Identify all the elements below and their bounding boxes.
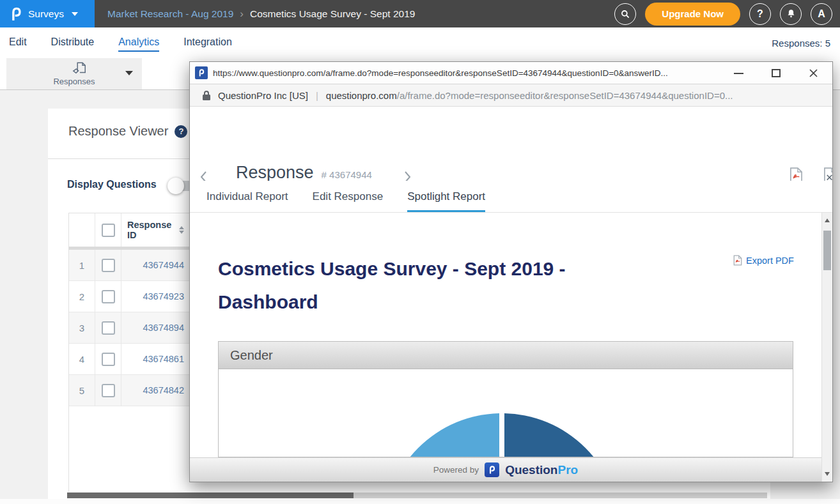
- display-questions-label: Display Questions: [67, 179, 157, 190]
- response-id-cell[interactable]: 43674944: [121, 260, 188, 270]
- avatar-initial: A: [818, 8, 825, 20]
- responses-dropdown-button[interactable]: Responses: [6, 58, 142, 89]
- secondary-nav: Edit Distribute Analytics Integration Re…: [0, 27, 840, 58]
- gender-pie-chart: [384, 413, 620, 457]
- response-id-header-label: Response ID: [127, 220, 175, 240]
- tab-spotlight-report[interactable]: Spotlight Report: [407, 190, 485, 212]
- nav-item-analytics[interactable]: Analytics: [118, 34, 159, 52]
- row-number: 3: [69, 312, 95, 343]
- security-separator: |: [316, 90, 318, 101]
- bell-icon: [786, 8, 797, 19]
- table-left-border: [68, 406, 69, 492]
- questionpro-logo-icon: [488, 465, 496, 475]
- row-checkbox-cell: [95, 344, 121, 374]
- row-checkbox-cell: [95, 250, 121, 280]
- row-number: 1: [69, 250, 95, 280]
- questionpro-logo-icon: [198, 68, 205, 77]
- url-host: questionpro.com: [326, 90, 397, 101]
- response-id-cell[interactable]: 43674861: [121, 354, 188, 364]
- display-questions-toggle-knob[interactable]: [167, 178, 184, 194]
- breadcrumb-current: Cosmetics Usage Survey - Sept 2019: [250, 8, 415, 20]
- brand-pro: Pro: [557, 463, 578, 477]
- tab-individual-report[interactable]: Individual Report: [206, 190, 288, 212]
- gender-section-header: Gender: [219, 342, 793, 369]
- response-id-cell[interactable]: 43674894: [121, 323, 188, 333]
- certificate-org[interactable]: QuestionPro Inc [US]: [218, 90, 308, 101]
- row-checkbox[interactable]: [102, 259, 115, 272]
- row-number: 4: [69, 344, 95, 374]
- response-title-row: Response # 43674944: [236, 163, 372, 183]
- report-tabs: Individual Report Edit Response Spotligh…: [190, 181, 832, 213]
- pie-slice-left[interactable]: [384, 413, 499, 457]
- top-header: Surveys Market Research - Aug 2019 › Cos…: [0, 0, 840, 27]
- notifications-button[interactable]: [780, 3, 802, 25]
- dashboard-title-line2: Dashboard: [218, 286, 566, 319]
- vertical-scrollbar-thumb[interactable]: [823, 231, 831, 270]
- row-checkbox[interactable]: [102, 321, 115, 335]
- surveys-menu[interactable]: Surveys: [0, 0, 95, 27]
- questionpro-logo-icon: [9, 6, 23, 22]
- questionpro-footer-logo[interactable]: [485, 462, 499, 477]
- help-badge-icon[interactable]: ?: [175, 125, 187, 138]
- gender-chart-panel: Gender: [218, 341, 793, 457]
- scrollbar-down-icon[interactable]: [825, 472, 830, 476]
- tab-edit-response[interactable]: Edit Response: [313, 190, 384, 212]
- questionpro-wordmark: QuestionPro: [505, 463, 578, 477]
- pie-slice-right[interactable]: [504, 413, 620, 457]
- row-checkbox[interactable]: [102, 353, 115, 366]
- spotlight-report-body: Export PDF Cosmetics Usage Survey - Sept…: [190, 213, 821, 457]
- response-id-badge: # 43674944: [322, 169, 372, 180]
- brand-question: Question: [505, 463, 557, 477]
- nav-item-edit[interactable]: Edit: [9, 34, 27, 52]
- nav-item-distribute[interactable]: Distribute: [51, 34, 95, 52]
- row-checkbox-cell: [95, 375, 121, 406]
- row-checkbox[interactable]: [102, 290, 115, 303]
- response-popup-window: https://www.questionpro.com/a/frame.do?m…: [189, 61, 833, 482]
- avatar[interactable]: A: [811, 3, 832, 25]
- vertical-scrollbar[interactable]: [821, 213, 832, 482]
- page-title: Response Viewer: [68, 124, 168, 139]
- responses-count: Responses: 5: [772, 38, 830, 49]
- response-id-cell[interactable]: 43674842: [121, 385, 188, 395]
- close-button[interactable]: [809, 68, 818, 78]
- search-icon: [619, 8, 631, 20]
- page-title-row: Response Viewer ?: [68, 124, 187, 139]
- dashboard-title: Cosmetics Usage Survey - Sept 2019 - Das…: [218, 252, 566, 319]
- scrollbar-up-icon[interactable]: [825, 218, 830, 222]
- row-checkbox-cell: [95, 312, 121, 343]
- response-title: Response: [236, 163, 314, 183]
- minimize-button[interactable]: [734, 73, 743, 74]
- url-path: /a/frame.do?mode=responseeditor&response…: [397, 90, 733, 101]
- pdf-icon: [733, 255, 742, 266]
- breadcrumb-separator-icon: ›: [240, 8, 244, 20]
- horizontal-scrollbar-thumb[interactable]: [67, 493, 354, 498]
- response-id-cell[interactable]: 43674923: [121, 291, 188, 302]
- horizontal-scrollbar[interactable]: [67, 493, 767, 498]
- window-controls: [734, 62, 818, 84]
- search-button[interactable]: [614, 3, 636, 25]
- gender-section-title: Gender: [230, 348, 273, 363]
- nav-items: Edit Distribute Analytics Integration: [0, 34, 232, 52]
- maximize-button[interactable]: [772, 69, 781, 77]
- select-all-checkbox[interactable]: [102, 224, 115, 237]
- help-button[interactable]: ?: [749, 3, 771, 25]
- sort-icon[interactable]: [179, 226, 184, 234]
- security-address-bar[interactable]: QuestionPro Inc [US] | questionpro.com /…: [190, 84, 832, 107]
- header-actions: Upgrade Now ? A: [614, 0, 832, 27]
- nav-item-integration[interactable]: Integration: [183, 34, 232, 52]
- surveys-label: Surveys: [28, 8, 64, 20]
- responses-icon: [70, 61, 89, 76]
- chevron-down-icon: [125, 71, 133, 75]
- breadcrumb: Market Research - Aug 2019 › Cosmetics U…: [107, 0, 415, 27]
- breadcrumb-parent-link[interactable]: Market Research - Aug 2019: [107, 8, 233, 20]
- upgrade-now-button[interactable]: Upgrade Now: [645, 3, 740, 26]
- row-number: 5: [69, 375, 95, 406]
- question-mark-icon: ?: [757, 8, 763, 20]
- row-checkbox[interactable]: [102, 384, 115, 397]
- powered-by-footer: Powered by QuestionPro: [190, 457, 821, 482]
- export-pdf-link[interactable]: Export PDF: [733, 255, 794, 266]
- response-id-header[interactable]: Response ID: [121, 220, 188, 240]
- header-checkbox-cell: [95, 213, 121, 247]
- popup-title-bar[interactable]: https://www.questionpro.com/a/frame.do?m…: [190, 62, 832, 84]
- row-checkbox-cell: [95, 281, 121, 312]
